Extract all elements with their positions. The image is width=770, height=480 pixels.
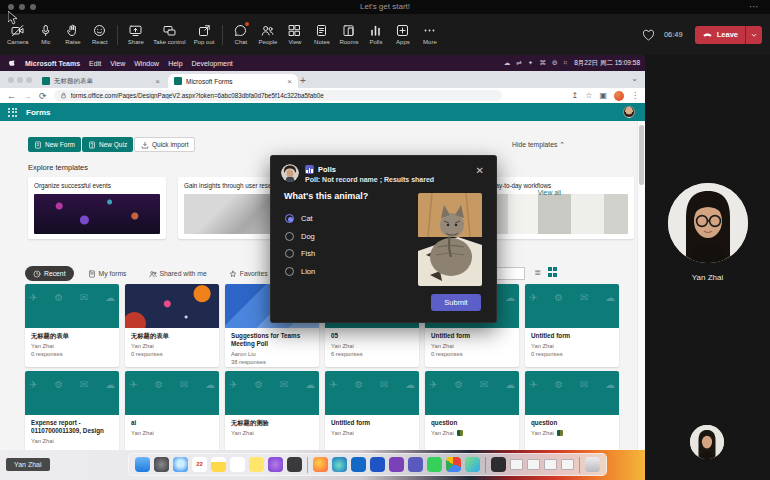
reminders-icon[interactable] (230, 457, 245, 472)
window-thumb-3-icon[interactable] (544, 459, 557, 470)
browser-scrollbar[interactable] (637, 121, 645, 450)
radio-unselected-icon[interactable] (285, 249, 294, 258)
wechat-icon[interactable] (427, 457, 442, 472)
menubar-status-icon-3[interactable]: ⌘ (539, 59, 546, 66)
scrollbar-thumb[interactable] (639, 125, 644, 185)
forms-tab-recent[interactable]: Recent (25, 266, 74, 281)
poll-submit-button[interactable]: Submit (431, 294, 481, 311)
menubar-item-2[interactable]: View (110, 60, 125, 67)
leave-options-chevron-icon[interactable] (746, 26, 762, 44)
bookmark-star-icon[interactable]: ☆ (585, 91, 592, 100)
window-thumb-1-icon[interactable] (510, 459, 523, 470)
forms-tab-my-forms[interactable]: My forms (80, 266, 135, 281)
browser-zoom-icon[interactable] (26, 77, 32, 83)
poll-option-cat[interactable]: Cat (285, 210, 315, 228)
forms-tab-shared-with-me[interactable]: Shared with me (141, 266, 215, 281)
account-avatar[interactable] (623, 106, 635, 118)
toolbar-raise-button[interactable]: Raise (59, 14, 86, 55)
list-view-icon[interactable]: ≣ (534, 268, 541, 277)
radio-selected-icon[interactable] (285, 214, 294, 223)
forward-icon[interactable]: → (23, 91, 32, 101)
menubar-item-1[interactable]: Edit (89, 60, 101, 67)
terminal-icon[interactable] (491, 457, 506, 472)
toolbar-mic-button[interactable]: Mic (32, 14, 59, 55)
tab-close-icon[interactable]: × (155, 77, 160, 86)
poll-option-dog[interactable]: Dog (285, 228, 315, 246)
view-all-link[interactable]: View all (538, 189, 561, 196)
window-more-icon[interactable]: ⋯ (749, 1, 760, 12)
form-tile-1[interactable]: 无标题的表单Yan Zhai0 responses (125, 284, 219, 367)
toolbar-share-button[interactable]: Share (122, 14, 149, 55)
toolbar-take-control-button[interactable]: Take control (149, 14, 189, 55)
toolbar-more-button[interactable]: More (416, 14, 443, 55)
safari-icon[interactable] (173, 457, 188, 472)
trash-icon[interactable] (585, 457, 600, 472)
back-icon[interactable]: ← (7, 91, 16, 101)
radio-unselected-icon[interactable] (285, 232, 294, 241)
poll-option-fish[interactable]: Fish (285, 245, 315, 263)
toolbar-notes-button[interactable]: Notes (308, 14, 335, 55)
menubar-item-0[interactable]: Microsoft Teams (25, 60, 80, 67)
toolbar-rooms-button[interactable]: Rooms (335, 14, 362, 55)
notes-icon[interactable] (211, 457, 226, 472)
form-tile-7[interactable]: ✈ ⚙ ✉ ☁ ✎aiYan Zhai (125, 371, 219, 454)
browser-minimize-icon[interactable] (17, 77, 23, 83)
browser-close-icon[interactable] (8, 77, 14, 83)
outlook-icon[interactable] (351, 457, 366, 472)
menubar-status-icon-1[interactable]: ⇄ (516, 59, 521, 66)
browser-tab-0[interactable]: 无标题的表单× (36, 74, 166, 88)
toolbar-react-button[interactable]: React (86, 14, 113, 55)
self-view-avatar[interactable] (690, 425, 724, 459)
onenote-icon[interactable] (389, 457, 404, 472)
hide-templates-link[interactable]: Hide templates ⌃ (512, 141, 565, 149)
teams-icon[interactable] (408, 457, 423, 472)
menubar-status-icon-2[interactable]: ✦ (528, 59, 533, 66)
new-tab-button[interactable]: + (300, 75, 306, 86)
tab-close-icon[interactable]: × (287, 77, 292, 86)
menubar-datetime[interactable]: 8月22日 周二 15:09:58 (574, 59, 640, 68)
radio-unselected-icon[interactable] (285, 267, 294, 276)
grid-view-icon[interactable] (548, 267, 558, 277)
toolbar-people-button[interactable]: People (254, 14, 281, 55)
toolbar-view-button[interactable]: View (281, 14, 308, 55)
poll-close-icon[interactable]: ✕ (476, 166, 484, 176)
template-card-0[interactable]: Organize successful events (28, 177, 166, 239)
maps-icon[interactable] (465, 457, 480, 472)
menubar-status-icon-0[interactable]: ☁ (504, 59, 511, 66)
window-thumb-4-icon[interactable] (561, 459, 574, 470)
browser-tab-1[interactable]: Microsoft Forms× (168, 74, 298, 88)
forms-tab-favorites[interactable]: Favorites (221, 266, 276, 281)
new-form-button[interactable]: New Form (28, 137, 81, 152)
toolbar-apps-button[interactable]: Apps (389, 14, 416, 55)
toolbar-polls-button[interactable]: Polls (362, 14, 389, 55)
form-tile-10[interactable]: ✈ ⚙ ✉ ☁ ✎questionYan Zhai (425, 371, 519, 454)
share-page-icon[interactable]: ↥ (572, 91, 579, 100)
extensions-icon[interactable]: ▣ (599, 91, 607, 100)
menubar-item-5[interactable]: Development (192, 60, 233, 67)
photo-booth-icon[interactable] (287, 457, 302, 472)
reload-icon[interactable]: ⟳ (39, 91, 47, 101)
form-tile-9[interactable]: ✈ ⚙ ✉ ☁ ✎Untitled formYan Zhai (325, 371, 419, 454)
form-tile-5[interactable]: ✈ ⚙ ✉ ☁ ✎Untitled formYan Zhai0 response… (525, 284, 619, 367)
form-tile-11[interactable]: ✈ ⚙ ✉ ☁ ✎questionYan Zhai (525, 371, 619, 454)
chrome-icon[interactable] (446, 457, 461, 472)
finder-icon[interactable] (135, 457, 150, 472)
toolbar-pop-out-button[interactable]: Pop out (190, 14, 219, 55)
firefox-icon[interactable] (313, 457, 328, 472)
stickies-icon[interactable] (249, 457, 264, 472)
edge-icon[interactable] (332, 457, 347, 472)
quick-import-button[interactable]: Quick import (134, 137, 195, 152)
window-thumb-2-icon[interactable] (527, 459, 540, 470)
form-tile-0[interactable]: ✈ ⚙ ✉ ☁ ✎无标题的表单Yan Zhai0 responses (25, 284, 119, 367)
template-card-2[interactable]: day-to-day workflows (486, 177, 634, 239)
address-bar[interactable]: forms.office.com/Pages/DesignPageV2.aspx… (54, 90, 502, 101)
reactions-heart-icon[interactable] (642, 28, 655, 41)
form-tile-8[interactable]: ✈ ⚙ ✉ ☁ ✎无标题的测验Yan Zhai (225, 371, 319, 454)
browser-profile-avatar[interactable] (614, 91, 624, 101)
menubar-status-icon-5[interactable]: ⌗ (564, 59, 568, 66)
menubar-item-3[interactable]: Window (134, 60, 159, 67)
menubar-item-4[interactable]: Help (168, 60, 182, 67)
toolbar-chat-button[interactable]: Chat (227, 14, 254, 55)
browser-menu-icon[interactable]: ⋮ (631, 91, 639, 100)
word-icon[interactable] (370, 457, 385, 472)
